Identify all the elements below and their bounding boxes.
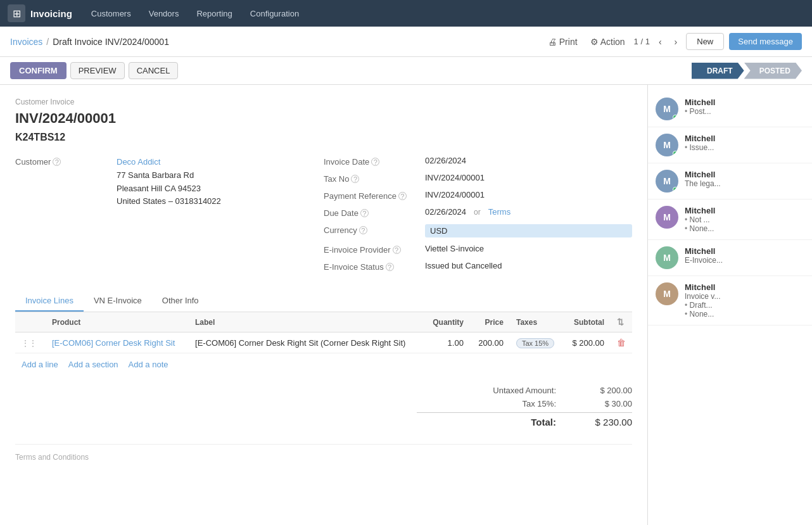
th-subtotal: Subtotal [564,312,611,332]
total-value: $ 230.00 [581,417,632,427]
breadcrumb-separator: / [46,37,49,47]
form-right: Invoice Date ? 02/26/2024 Tax No ? INV/2… [324,156,632,278]
invoice-number: INV/2024/00001 [15,110,632,127]
breadcrumb-current: Draft Invoice INV/2024/00001 [53,37,169,47]
invoice-table: Product Label Quantity Price Taxes [15,312,632,353]
nav-reporting[interactable]: Reporting [190,5,238,22]
chatter-text-5a: Invoice v... [685,292,804,301]
customer-label: Customer ? [15,156,117,167]
table-row: ⋮⋮ [E-COM06] Corner Desk Right Sit [E-CO… [15,332,632,353]
prev-record-button[interactable]: ‹ [655,34,666,49]
add-line-link[interactable]: Add a line [22,360,58,369]
tab-other-info[interactable]: Other Info [152,291,209,312]
print-button[interactable]: 🖨 Print [544,34,581,49]
due-date-help-icon[interactable]: ? [360,209,369,217]
th-label: Label [189,312,424,332]
e-invoice-status-row: E-Invoice Status ? Issued but Cancelled [324,261,632,272]
drag-handle-icon[interactable]: ⋮⋮ [22,339,37,348]
app-grid-icon[interactable]: ⊞ [8,4,25,22]
nav-vendors[interactable]: Vendors [143,5,186,22]
invoice-date-help-icon[interactable]: ? [371,158,379,166]
payment-ref-value[interactable]: INV/2024/00001 [425,190,632,199]
cancel-button[interactable]: CANCEL [129,62,179,79]
tax-no-value[interactable]: INV/2024/00001 [425,173,632,182]
customer-address-3: United States – 0318314022 [117,195,324,208]
tab-vn-e-invoice[interactable]: VN E-Invoice [84,291,152,312]
due-date-value[interactable]: 02/26/2024 [425,207,466,217]
chatter-name-2: Mitchell [685,170,804,179]
avatar-3: M [656,206,678,229]
cell-subtotal: $ 200.00 [564,332,611,353]
action-button[interactable]: ⚙ Action [587,34,629,49]
cell-label[interactable]: [E-COM06] Corner Desk Right Sit (Corner … [189,332,424,353]
breadcrumb-parent[interactable]: Invoices [10,37,42,47]
tax-no-help-icon[interactable]: ? [351,175,359,183]
e-invoice-provider-label: E-invoice Provider ? [324,244,425,255]
nav-configuration[interactable]: Configuration [244,5,305,22]
chatter-item-2: M Mitchell The lega... [648,163,812,199]
cell-price[interactable]: 200.00 [470,332,510,353]
breadcrumb: Invoices / Draft Invoice INV/2024/00001 [10,37,169,47]
chatter-item-3: M Mitchell • Not ... • None... [648,199,812,240]
th-drag [15,312,46,332]
chatter-item-0: M Mitchell • Post... [648,91,812,127]
chatter-text-5c: • None... [685,310,804,319]
currency-label: Currency ? [324,224,425,235]
avatar-0: M [656,98,678,120]
add-note-link[interactable]: Add a note [129,360,168,369]
e-invoice-status-help-icon[interactable]: ? [386,263,394,271]
or-text: or [474,208,481,217]
reorder-icon[interactable]: ⇅ [617,317,624,327]
chatter-name-4: Mitchell [685,246,804,256]
payment-ref-row: Payment Reference ? INV/2024/00001 [324,190,632,201]
customer-help-icon[interactable]: ? [53,158,61,166]
tax-label: Tax 15%: [417,399,556,408]
terms-link[interactable]: Terms [488,207,511,217]
untaxed-amount-row: Untaxed Amount: $ 200.00 [417,386,632,395]
payment-ref-help-icon[interactable]: ? [398,192,407,200]
customer-name[interactable]: Deco Addict [117,156,324,169]
tabs-row: Invoice Lines VN E-Invoice Other Info [15,291,632,312]
chatter-text-1: • Issue... [685,143,804,152]
form-area: Customer Invoice INV/2024/00001 K24TBS12… [0,85,647,525]
total-label: Total: [417,417,556,427]
tax-badge: Tax 15% [516,338,554,348]
chatter-content-1: Mitchell • Issue... [685,134,804,152]
preview-button[interactable]: PREVIEW [70,62,125,79]
add-row-actions: Add a line Add a section Add a note [15,353,632,376]
tax-no-label: Tax No ? [324,173,425,184]
e-invoice-provider-value: Viettel S-invoice [425,244,632,253]
send-message-button[interactable]: Send message [729,33,802,50]
e-invoice-provider-help-icon[interactable]: ? [393,246,401,254]
add-section-link[interactable]: Add a section [68,360,118,369]
currency-row: Currency ? USD [324,224,632,237]
chatter-name-0: Mitchell [685,98,804,107]
customer-address-1: 77 Santa Barbara Rd [117,169,324,182]
due-date-row: Due Date ? 02/26/2024 or Terms [324,207,632,218]
currency-help-icon[interactable]: ? [359,226,367,234]
cell-quantity[interactable]: 1.00 [424,332,470,353]
status-posted[interactable]: POSTED [744,63,802,79]
new-button[interactable]: New [686,33,724,50]
delete-row-icon[interactable]: 🗑 [617,338,626,348]
customer-address-2: Pleasant Hill CA 94523 [117,182,324,196]
top-nav: ⊞ Invoicing Customers Vendors Reporting … [0,0,812,27]
untaxed-value: $ 200.00 [581,386,632,395]
cell-delete: 🗑 [611,332,632,353]
next-record-button[interactable]: › [671,34,682,49]
confirm-button[interactable]: CONFIRM [10,62,67,79]
currency-value[interactable]: USD [425,224,632,237]
nav-customers[interactable]: Customers [85,5,137,22]
avatar-2: M [656,170,678,193]
tab-invoice-lines[interactable]: Invoice Lines [15,291,84,312]
status-draft[interactable]: DRAFT [692,63,744,79]
terms-area: Terms and Conditions [15,444,632,462]
avatar-1: M [656,134,678,156]
cell-product[interactable]: [E-COM06] Corner Desk Right Sit [46,332,189,353]
customer-value: Deco Addict 77 Santa Barbara Rd Pleasant… [117,156,324,208]
terms-label: Terms and Conditions [15,453,89,462]
chatter-content-5: Mitchell Invoice v... • Draft... • None.… [685,282,804,319]
invoice-date-value[interactable]: 02/26/2024 [425,156,632,165]
invoice-type-label: Customer Invoice [15,98,632,106]
invoice-reference: K24TBS12 [15,132,632,143]
